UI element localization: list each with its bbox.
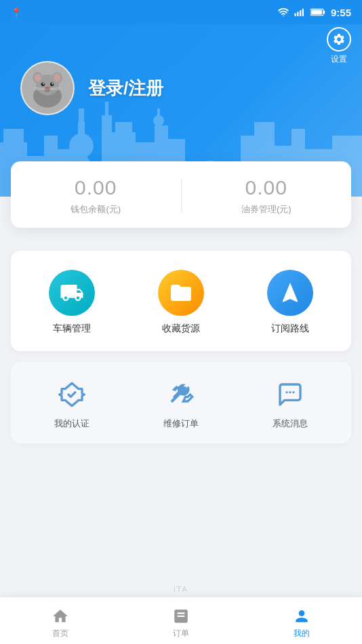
svg-point-51 [292,391,294,393]
signal-icon [294,8,305,16]
settings-icon-wrap [327,27,351,52]
secondary-certification[interactable]: 我的认证 [54,378,89,430]
home-icon [52,607,69,625]
svg-rect-3 [302,9,304,16]
folder-icon [169,281,193,305]
svg-point-49 [285,391,287,393]
wallet-coupon-amount: 0.00 [245,176,287,199]
certification-icon [56,378,88,411]
feature-favorites[interactable]: 收藏货源 [158,270,204,335]
svg-rect-19 [115,122,132,134]
svg-point-30 [153,115,164,126]
maintenance-icon [165,378,197,411]
svg-rect-8 [3,129,24,142]
favorites-icon-circle [158,270,204,316]
status-time: 9:55 [331,7,351,18]
svg-point-39 [50,82,54,86]
tab-bar: 首页 订单 我的 [0,597,362,644]
svg-point-38 [41,82,45,86]
tab-home-label: 首页 [52,628,68,639]
tab-orders[interactable]: 订单 [121,602,241,639]
watermark: iTA [174,585,188,593]
truck-icon [60,281,84,305]
wallet-balance-amount: 0.00 [75,176,117,199]
settings-button[interactable]: 设置 [327,27,351,65]
feature-section: 车辆管理 收藏货源 订阅路线 [11,251,351,351]
svg-point-50 [289,391,291,393]
login-register-text[interactable]: 登录/注册 [88,77,163,100]
location-icon: 📍 [11,7,22,18]
tab-mine-label: 我的 [294,628,310,639]
secondary-messages[interactable]: 系统消息 [273,378,308,430]
svg-rect-6 [311,9,322,14]
wallet-card: 0.00 钱包余额(元) 0.00 油券管理(元) [11,161,351,228]
wallet-coupon[interactable]: 0.00 油券管理(元) [182,176,352,216]
route-icon-circle [267,270,313,316]
messages-label: 系统消息 [273,418,308,430]
navigation-icon [278,281,302,305]
mine-icon [293,607,310,625]
tab-home[interactable]: 首页 [0,602,121,639]
vehicle-icon-circle [49,270,95,316]
main-content: 车辆管理 收藏货源 订阅路线 [0,251,362,443]
maintenance-label: 维修订单 [163,418,199,430]
wallet-coupon-label: 油券管理(元) [241,203,291,216]
svg-point-40 [43,83,44,84]
svg-point-41 [52,83,54,84]
svg-point-36 [35,74,41,81]
svg-rect-5 [323,11,325,14]
tab-mine[interactable]: 我的 [241,602,362,639]
profile-area[interactable]: 登录/注册 [20,61,163,115]
svg-point-42 [45,87,50,90]
status-bar: 📍 9:55 [0,0,362,24]
messages-icon [274,378,306,411]
avatar[interactable] [20,61,75,115]
wallet-balance-label: 钱包余额(元) [71,203,121,216]
feature-route[interactable]: 订阅路线 [267,270,313,335]
svg-rect-1 [297,12,298,16]
battery-icon [310,8,325,16]
favorites-label: 收藏货源 [162,323,200,335]
svg-rect-2 [300,10,301,16]
svg-rect-0 [294,14,296,17]
certification-label: 我的认证 [54,418,89,430]
settings-label: 设置 [331,54,347,65]
feature-vehicle[interactable]: 车辆管理 [49,270,95,335]
svg-point-13 [69,134,94,158]
secondary-maintenance[interactable]: 维修订单 [163,378,199,430]
avatar-image [22,61,73,115]
wifi-icon [278,8,289,16]
secondary-section: 我的认证 维修订单 [11,362,351,443]
route-label: 订阅路线 [271,323,309,335]
vehicle-label: 车辆管理 [53,323,91,335]
wallet-balance[interactable]: 0.00 钱包余额(元) [11,176,181,216]
gear-icon [332,33,346,46]
orders-icon [172,607,190,625]
tab-orders-label: 订单 [173,628,189,639]
svg-point-37 [54,74,61,81]
